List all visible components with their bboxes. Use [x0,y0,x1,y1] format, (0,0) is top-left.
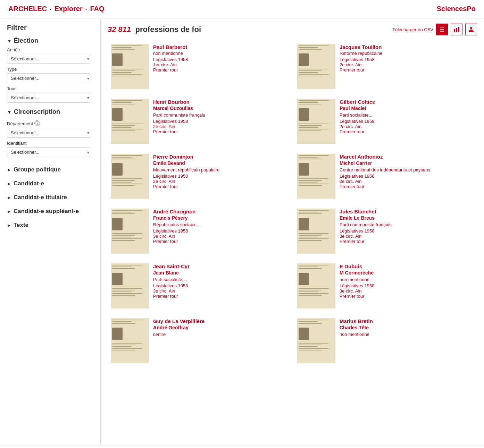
texte-label: Texte [14,222,28,229]
result-name2: Emile Bevand [153,160,287,166]
view-chart-button[interactable] [451,24,462,35]
result-info: Guy de La VerpillièreAndré Geoffraycentr… [153,318,287,363]
result-card[interactable]: E DubuisM Cormorèchenon mentionnéLégisla… [294,260,477,312]
main-content: 32 811 professions de foi Télécharger en… [101,18,484,445]
result-name2: M Cormorèche [340,270,474,276]
tour-select[interactable]: Sélectionner... [7,93,90,103]
sidebar-item-candidat-titulaire[interactable]: ► Candidat-e titulaire [7,191,93,204]
result-round: Premier tour [153,129,287,134]
annee-select[interactable]: Sélectionner... [7,54,90,64]
result-thumbnail [111,154,149,199]
result-thumbnail [297,209,335,254]
result-card[interactable]: Jules BlanchetEmile Le BreusParti commun… [294,205,477,257]
sep1: · [50,5,52,13]
result-round: Premier tour [153,294,287,299]
result-election: Législatives 1958 [340,57,474,62]
result-thumbnail [111,209,149,254]
result-thumbnail [111,99,149,144]
csv-download-link[interactable]: Télécharger en CSV [392,27,433,32]
result-name2: Marcel Ouzoulias [153,105,287,111]
result-name2: Francis Pésery [153,215,287,221]
sidebar-item-candidat[interactable]: ► Candidat-e [7,177,93,191]
svg-point-3 [470,27,472,29]
type-select[interactable]: Sélectionner... [7,73,90,83]
annee-select-wrapper: Sélectionner... [7,54,93,64]
result-card[interactable]: Gilbert ColticePaul MacletParti socialis… [294,96,477,147]
result-card[interactable]: Jean Saint-CyrJean BlancParti socialiste… [108,260,291,312]
sep2: · [85,5,87,13]
departement-select-wrapper: Sélectionner... [7,128,93,138]
result-count: 32 811 professions de foi [108,25,201,34]
svg-rect-1 [456,28,457,32]
result-round: Premier tour [153,67,287,73]
result-party: Parti socialiste,... [153,277,287,282]
candidat-titulaire-label: Candidat-e titulaire [14,194,67,201]
annee-label: Année [7,47,93,52]
header-nav: ARCHELEC · Explorer · FAQ [8,5,105,13]
result-card[interactable]: Pierre DominjonEmile BevandMouvement rép… [108,151,291,202]
view-list-button[interactable]: ☰ [436,24,448,35]
result-thumbnail [297,154,335,199]
header: ARCHELEC · Explorer · FAQ SciencesPo [0,0,484,18]
result-party: Parti communiste français [340,222,474,227]
faq-link[interactable]: FAQ [90,5,104,13]
result-name2: André Geoffray [153,325,287,330]
circonscription-section-title[interactable]: ▼ Circonscription [7,108,93,116]
sidebar-title: Filtrer [7,24,93,32]
result-name1: E Dubuis [340,263,474,269]
result-round: Premier tour [153,239,287,244]
sciencespo-logo: SciencesPo [437,5,476,13]
type-label: Type [7,67,93,72]
result-card[interactable]: Marius BretinCharles Têtenon mentionné [294,315,477,366]
svg-rect-0 [454,29,455,32]
result-info: Gilbert ColticePaul MacletParti socialis… [340,99,474,144]
departement-select[interactable]: Sélectionner... [7,128,90,138]
brand-link[interactable]: ARCHELEC [8,5,47,13]
sidebar-item-candidat-suppleant[interactable]: ► Candidat-e suppléant-e [7,204,93,218]
sidebar-item-texte[interactable]: ► Texte [7,218,93,232]
sidebar-item-groupe[interactable]: ► Groupe politique [7,163,93,177]
result-thumbnail [297,318,335,363]
result-round: Premier tour [340,294,474,299]
result-thumbnail [297,99,335,144]
result-name2: Emile Le Breus [340,215,474,221]
view-person-button[interactable] [465,24,477,35]
result-thumbnail [297,44,335,89]
result-info: Henri BourbonMarcel OuzouliasParti commu… [153,99,287,144]
result-name1: Jacques Touillon [340,44,474,50]
result-info: Jean Saint-CyrJean BlancParti socialiste… [153,263,287,308]
result-thumbnail [297,263,335,308]
result-party: Réforme républicaine [340,51,474,56]
identifiant-select[interactable]: Sélectionner... [7,147,90,157]
result-name1: Gilbert Coltice [340,99,474,105]
departement-info-icon[interactable]: ⓘ [34,120,40,126]
result-party: centre [153,332,287,337]
result-circ: 3e circ. Ain [153,234,287,239]
result-election: Législatives 1958 [153,57,287,62]
result-name1: Henri Bourbon [153,99,287,105]
type-select-wrapper: Sélectionner... [7,73,93,83]
election-section-title[interactable]: ▼ Élection [7,37,93,44]
result-label: professions de foi [135,25,201,34]
result-name1: Paul Barberot [153,44,287,50]
result-card[interactable]: Henri BourbonMarcel OuzouliasParti commu… [108,96,291,147]
result-card[interactable]: Marcel AnthoniozMichel CarrierCentre nat… [294,151,477,202]
result-election: Législatives 1958 [340,119,474,124]
explorer-link[interactable]: Explorer [55,5,83,13]
result-name1: Guy de La Verpillière [153,318,287,324]
circonscription-label: Circonscription [14,108,60,116]
footer: mentions légales CollEx-Persée crédits c… [0,445,484,448]
election-label: Élection [14,37,38,44]
results-grid: Paul Barberotnon mentionnéLégislatives 1… [108,41,477,366]
result-election: Législatives 1958 [340,283,474,288]
result-card[interactable]: André CharignonFrancis PéseryRépublicain… [108,205,291,257]
result-card[interactable]: Paul Barberotnon mentionnéLégislatives 1… [108,41,291,92]
result-round: Premier tour [340,239,474,244]
result-party: Centre national des indépendants et pays… [340,167,474,172]
result-thumbnail [111,263,149,308]
result-card[interactable]: Jacques TouillonRéforme républicaineLégi… [294,41,477,92]
circonscription-arrow: ▼ [7,109,12,115]
result-name1: Marcel Anthonioz [340,154,474,160]
texte-arrow: ► [7,223,11,228]
result-card[interactable]: Guy de La VerpillièreAndré Geoffraycentr… [108,315,291,366]
